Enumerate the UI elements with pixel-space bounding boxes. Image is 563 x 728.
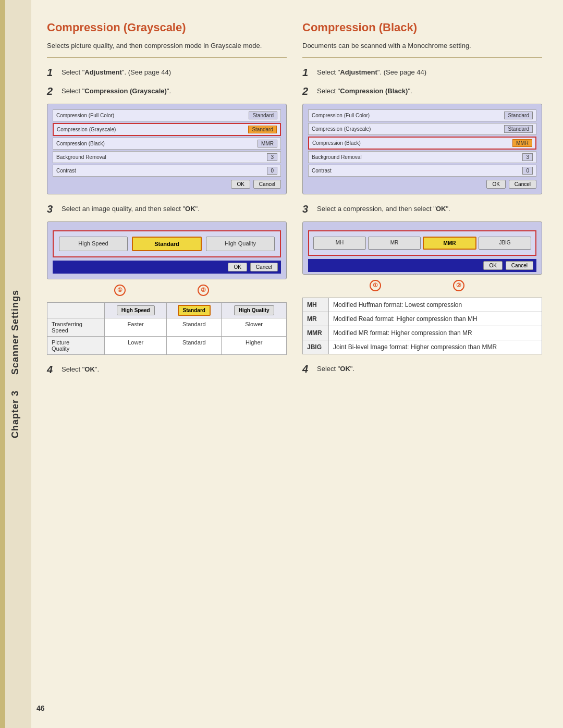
left-step3: 3 Select an image quality, and then sele…	[47, 203, 287, 215]
format-name-mmr: MMR	[303, 326, 329, 340]
right-callout-1: ①	[370, 280, 381, 291]
table-quality-highspeed: Lower	[105, 336, 167, 354]
table-label-quality: PictureQuality	[47, 336, 105, 354]
chapter-label: Chapter 3	[10, 390, 20, 438]
quality-btn-standard[interactable]: Standard	[132, 237, 202, 251]
right-ui-row-fullcolor: Compression (Full Color) Standard	[308, 109, 536, 121]
ui-row-fullcolor: Compression (Full Color) Standard	[53, 109, 281, 121]
right-step1: 1 Select "Adjustment". (See page 44)	[302, 66, 542, 79]
compress-btn-mh[interactable]: MH	[313, 237, 366, 250]
table-row-speed: TransferringSpeed Faster Standard Slower	[47, 318, 287, 336]
table-speed-highquality: Slower	[222, 318, 287, 336]
quality-cancel-btn[interactable]: Cancel	[250, 263, 278, 272]
left-section-title: Compression (Grayscale)	[47, 21, 287, 34]
comparison-table: High Speed Standard High Quality Transfe…	[47, 302, 287, 355]
compress-cancel-btn[interactable]: Cancel	[506, 261, 533, 270]
compress-footer: OK Cancel	[308, 259, 536, 272]
right-ui-row-black: Compression (Black) MMR	[308, 137, 536, 150]
right-callout-row: ① ②	[302, 279, 542, 292]
sidebar: Chapter 3 Scanner Settings	[0, 0, 31, 728]
left-step1: 1 Select "Adjustment". (See page 44)	[47, 66, 287, 79]
compress-ok-btn[interactable]: OK	[483, 261, 502, 270]
right-ui-ok-btn[interactable]: OK	[486, 180, 505, 189]
right-section-desc: Documents can be scanned with a Monochro…	[302, 41, 542, 51]
left-column: Compression (Grayscale) Selects picture …	[47, 21, 287, 382]
callout-2: ②	[198, 285, 209, 296]
right-ui-cancel-btn[interactable]: Cancel	[509, 180, 536, 189]
format-desc-mmr: Modified MR format: Higher compression t…	[329, 326, 542, 340]
ui-row-bgremoval: Background Removal 3	[53, 151, 281, 163]
format-name-jbig: JBIG	[303, 340, 329, 354]
right-ui-row-grayscale: Compression (Grayscale) Standard	[308, 123, 536, 135]
page-number: 46	[36, 704, 45, 712]
step3-bold: OK	[185, 205, 195, 213]
main-content: Compression (Grayscale) Selects picture …	[31, 0, 563, 403]
sidebar-accent	[0, 0, 5, 728]
ui-ok-btn[interactable]: OK	[231, 180, 250, 189]
step2-bold: Compression (Grayscale)	[84, 87, 167, 95]
format-name-mr: MR	[303, 312, 329, 326]
right-step2-bold: Compression (Black)	[340, 87, 408, 95]
left-step2: 2 Select "Compression (Grayscale)".	[47, 85, 287, 97]
step1-bold: Adjustment	[84, 68, 122, 76]
format-row-mh: MH Modified Huffman format: Lowest compr…	[303, 298, 542, 312]
compress-box: MH MR MMR JBIG OK Cancel	[302, 221, 542, 275]
ui-row-grayscale: Compression (Grayscale) Standard	[53, 123, 281, 136]
format-table: MH Modified Huffman format: Lowest compr…	[302, 298, 542, 354]
table-speed-highspeed: Faster	[105, 318, 167, 336]
right-callout-2: ②	[453, 280, 464, 291]
right-step4: 4 Select "OK".	[302, 363, 542, 375]
compress-btn-mr[interactable]: MR	[368, 237, 421, 250]
right-ui-row-bgremoval: Background Removal 3	[308, 151, 536, 163]
table-header-standard: Standard	[178, 305, 211, 316]
sidebar-text: Chapter 3 Scanner Settings	[9, 290, 21, 438]
right-section-title: Compression (Black)	[302, 21, 542, 34]
quality-ok-btn[interactable]: OK	[228, 263, 247, 272]
right-step3: 3 Select a compression, and then select …	[302, 203, 542, 215]
left-ui-box1: Compression (Full Color) Standard Compre…	[47, 104, 287, 194]
left-divider	[47, 57, 287, 58]
right-step2: 2 Select "Compression (Black)".	[302, 85, 542, 97]
right-step4-bold: OK	[340, 365, 350, 373]
table-header-highspeed: High Speed	[117, 305, 155, 315]
quality-footer: OK Cancel	[53, 261, 281, 274]
quality-buttons-row: High Speed Standard High Quality	[53, 230, 281, 257]
format-row-mmr: MMR Modified MR format: Higher compressi…	[303, 326, 542, 340]
format-desc-jbig: Joint Bi-level Image format: Higher comp…	[329, 340, 542, 354]
format-desc-mr: Modified Read format: Higher compression…	[329, 312, 542, 326]
table-header-highquality: High Quality	[234, 305, 274, 315]
compress-btn-mmr[interactable]: MMR	[423, 237, 476, 250]
left-step4: 4 Select "OK".	[47, 363, 287, 376]
ui-box1-buttons: OK Cancel	[53, 180, 281, 189]
quality-btn-highspeed[interactable]: High Speed	[59, 237, 128, 251]
right-column: Compression (Black) Documents can be sca…	[302, 21, 542, 382]
right-ui-box1: Compression (Full Color) Standard Compre…	[302, 104, 542, 194]
right-ui-row-contrast: Contrast 0	[308, 165, 536, 177]
right-step1-bold: Adjustment	[340, 68, 377, 76]
ui-cancel-btn[interactable]: Cancel	[253, 180, 281, 189]
callout-1: ①	[114, 285, 126, 296]
table-label-speed: TransferringSpeed	[47, 318, 105, 336]
left-callout-row: ① ②	[47, 283, 287, 297]
right-divider	[302, 57, 542, 58]
table-speed-standard: Standard	[167, 318, 222, 336]
format-name-mh: MH	[303, 298, 329, 312]
quality-btn-highquality[interactable]: High Quality	[206, 237, 275, 251]
left-section-desc: Selects picture quality, and then compre…	[47, 41, 287, 51]
format-row-mr: MR Modified Read format: Higher compress…	[303, 312, 542, 326]
compress-buttons-row: MH MR MMR JBIG	[308, 230, 536, 256]
table-quality-standard: Standard	[167, 336, 222, 354]
compress-btn-jbig[interactable]: JBIG	[479, 237, 531, 250]
table-quality-highquality: Higher	[222, 336, 287, 354]
step4-bold: OK	[84, 365, 95, 373]
quality-box: High Speed Standard High Quality OK Canc…	[47, 221, 287, 279]
format-row-jbig: JBIG Joint Bi-level Image format: Higher…	[303, 340, 542, 354]
section-label: Scanner Settings	[10, 290, 20, 375]
table-row-quality: PictureQuality Lower Standard Higher	[47, 336, 287, 354]
ui-row-black: Compression (Black) MMR	[53, 138, 281, 150]
right-step3-bold: OK	[436, 205, 446, 213]
ui-row-contrast: Contrast 0	[53, 165, 281, 177]
right-ui-box1-buttons: OK Cancel	[308, 180, 536, 189]
format-desc-mh: Modified Huffman format: Lowest compress…	[329, 298, 542, 312]
